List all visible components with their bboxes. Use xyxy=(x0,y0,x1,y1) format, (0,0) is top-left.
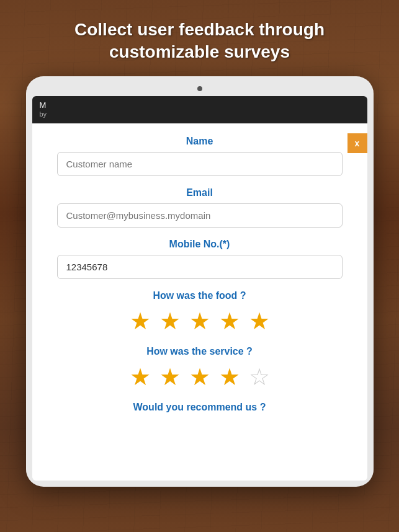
service-star-5[interactable]: ☆ xyxy=(249,363,270,391)
app-header-bar: M by xyxy=(32,96,367,123)
service-rating-label: How was the service ? xyxy=(57,346,343,357)
recommend-label: Would you recommend us ? xyxy=(57,402,343,419)
tablet-camera xyxy=(197,86,202,91)
service-rating-group: How was the service ? ★ ★ ★ ★ ☆ xyxy=(57,346,343,391)
food-star-5[interactable]: ★ xyxy=(249,308,270,335)
service-star-4[interactable]: ★ xyxy=(219,363,240,391)
email-label: Email xyxy=(57,187,343,198)
name-field-group: Name xyxy=(57,136,343,176)
service-star-1[interactable]: ★ xyxy=(130,363,151,391)
tablet-frame: M by x Name Email Mobile No.(*) xyxy=(26,76,374,487)
close-button[interactable]: x xyxy=(347,133,367,153)
name-input[interactable] xyxy=(57,152,343,176)
header-title: Collect user feedback through customizab… xyxy=(37,19,362,64)
tablet-screen: M by x Name Email Mobile No.(*) xyxy=(32,96,367,481)
food-stars-row: ★ ★ ★ ★ ★ xyxy=(57,308,343,335)
food-star-1[interactable]: ★ xyxy=(130,308,151,335)
food-rating-group: How was the food ? ★ ★ ★ ★ ★ xyxy=(57,290,343,335)
app-sidebar-label: M by xyxy=(40,100,47,118)
food-star-3[interactable]: ★ xyxy=(189,308,210,335)
mobile-field-group: Mobile No.(*) xyxy=(57,239,343,279)
survey-form: Name Email Mobile No.(*) How was the foo… xyxy=(32,123,367,432)
food-star-4[interactable]: ★ xyxy=(219,308,240,335)
email-input[interactable] xyxy=(57,203,343,228)
service-star-3[interactable]: ★ xyxy=(189,363,210,391)
email-field-group: Email xyxy=(57,187,343,228)
mobile-label: Mobile No.(*) xyxy=(57,239,343,250)
food-rating-label: How was the food ? xyxy=(57,290,343,301)
food-star-2[interactable]: ★ xyxy=(159,308,181,335)
page-header: Collect user feedback through customizab… xyxy=(0,0,399,76)
service-star-2[interactable]: ★ xyxy=(159,363,181,391)
service-stars-row: ★ ★ ★ ★ ☆ xyxy=(57,363,343,391)
mobile-input[interactable] xyxy=(57,255,343,279)
name-label: Name xyxy=(57,136,343,147)
